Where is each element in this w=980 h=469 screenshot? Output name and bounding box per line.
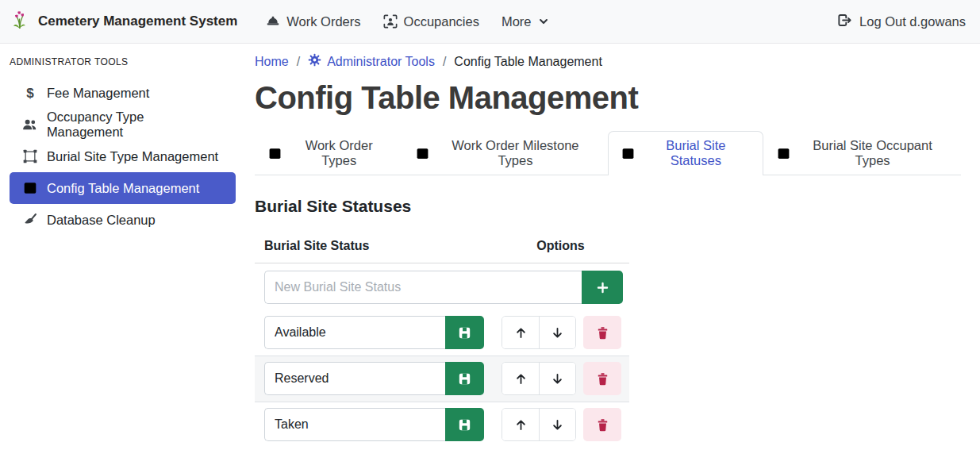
sidebar-item-label: Occupancy Type Management [47, 110, 223, 140]
add-status-button[interactable] [582, 271, 623, 304]
chevron-down-icon [538, 16, 549, 27]
app-brand[interactable]: Cemetery Management System [10, 10, 237, 34]
tab-label: Work Order Milestone Types [436, 138, 594, 168]
gear-icon [308, 53, 321, 70]
dollar-icon: $ [22, 86, 38, 100]
table-header-row: Burial Site Status Options [255, 233, 629, 263]
nav-item-occupancies[interactable]: Occupancies [372, 8, 490, 36]
table-icon [416, 147, 429, 160]
status-input[interactable] [264, 316, 445, 349]
reorder-group [502, 408, 576, 441]
app-title: Cemetery Management System [38, 13, 237, 29]
save-icon [458, 326, 471, 340]
move-up-button[interactable] [502, 409, 539, 440]
sidebar-item-fee-management[interactable]: $ Fee Management [10, 77, 236, 109]
delete-status-button[interactable] [583, 408, 621, 441]
nav-item-work-orders[interactable]: Work Orders [255, 8, 371, 36]
breadcrumb-admin-tools-label: Administrator Tools [327, 55, 435, 69]
column-header-options: Options [492, 233, 629, 263]
sidebar-item-database-cleanup[interactable]: Database Cleanup [10, 204, 236, 236]
sidebar-heading: ADMINISTRATOR TOOLS [10, 56, 236, 67]
section-heading: Burial Site Statuses [255, 197, 961, 216]
column-header-status: Burial Site Status [255, 233, 492, 263]
trash-icon [596, 326, 609, 340]
table-icon [621, 147, 635, 160]
config-tabs: Work Order Types Work Order Milestone Ty… [255, 131, 961, 175]
page-title: Config Table Management [255, 80, 961, 116]
plus-icon [596, 281, 609, 294]
sidebar-item-label: Burial Site Type Management [47, 149, 218, 164]
logout-label: Log Out d.gowans [859, 14, 966, 29]
table-icon [268, 147, 282, 160]
status-input[interactable] [264, 362, 445, 395]
logout-icon [837, 13, 852, 31]
trash-icon [596, 418, 609, 432]
sidebar-item-config-table-management[interactable]: Config Table Management [10, 172, 236, 204]
main-content: Home / [245, 44, 980, 469]
sidebar-item-label: Config Table Management [47, 181, 199, 196]
bounding-box-icon [22, 149, 38, 163]
delete-status-button[interactable] [583, 316, 621, 349]
status-row [255, 402, 629, 448]
new-status-input[interactable] [264, 271, 582, 304]
breadcrumb-home-label: Home [255, 55, 289, 69]
broom-icon [22, 213, 38, 227]
breadcrumb: Home / [255, 53, 961, 70]
save-status-button[interactable] [445, 362, 484, 395]
move-down-button[interactable] [539, 363, 575, 394]
breadcrumb-admin-tools-link[interactable]: Administrator Tools [308, 53, 435, 70]
tab-burial-site-occupant-types[interactable]: Burial Site Occupant Types [763, 131, 961, 175]
nav-item-label: Occupancies [404, 14, 479, 29]
nav-item-label: More [502, 14, 532, 29]
sidebar-item-label: Fee Management [47, 86, 149, 101]
breadcrumb-separator: / [435, 55, 454, 69]
reorder-group [502, 316, 576, 349]
move-down-button[interactable] [539, 317, 575, 348]
status-input[interactable] [264, 408, 445, 441]
navbar-links: Work Orders Occupancies More [255, 8, 559, 36]
breadcrumb-home-link[interactable]: Home [255, 55, 289, 69]
logout-button[interactable]: Log Out d.gowans [837, 13, 966, 31]
tab-label: Burial Site Occupant Types [797, 138, 947, 168]
save-status-button[interactable] [445, 408, 484, 441]
tab-label: Burial Site Statuses [642, 138, 751, 168]
table-icon [22, 181, 38, 195]
reorder-group [502, 362, 576, 395]
move-up-button[interactable] [502, 317, 539, 348]
sidebar-item-occupancy-type-management[interactable]: Occupancy Type Management [10, 109, 236, 140]
breadcrumb-separator: / [289, 55, 308, 69]
breadcrumb-current: Config Table Management [454, 55, 602, 69]
hard-hat-icon [266, 14, 280, 29]
nav-item-label: Work Orders [286, 14, 360, 29]
delete-status-button[interactable] [583, 362, 621, 395]
tulip-logo-icon [10, 10, 30, 34]
status-table: Burial Site Status Options [255, 233, 629, 448]
trash-icon [596, 372, 609, 386]
table-icon [777, 147, 790, 160]
move-down-button[interactable] [539, 409, 575, 440]
save-icon [458, 372, 471, 386]
admin-sidebar: ADMINISTRATOR TOOLS $ Fee Management Occ… [0, 44, 245, 469]
sidebar-item-burial-site-type-management[interactable]: Burial Site Type Management [10, 140, 236, 172]
nav-item-more[interactable]: More [490, 8, 560, 36]
tab-work-order-milestone-types[interactable]: Work Order Milestone Types [402, 131, 607, 175]
move-up-button[interactable] [502, 363, 539, 394]
new-status-row [255, 263, 629, 311]
top-navbar: Cemetery Management System Work Orders [0, 0, 980, 44]
sidebar-item-label: Database Cleanup [47, 213, 156, 228]
tab-burial-site-statuses[interactable]: Burial Site Statuses [608, 131, 764, 175]
save-icon [458, 418, 471, 432]
people-icon [22, 117, 38, 133]
person-bounding-box-icon [383, 14, 398, 29]
status-row [255, 310, 629, 356]
tab-label: Work Order Types [289, 138, 389, 168]
tab-work-order-types[interactable]: Work Order Types [255, 131, 402, 175]
status-row [255, 356, 629, 402]
save-status-button[interactable] [445, 316, 484, 349]
